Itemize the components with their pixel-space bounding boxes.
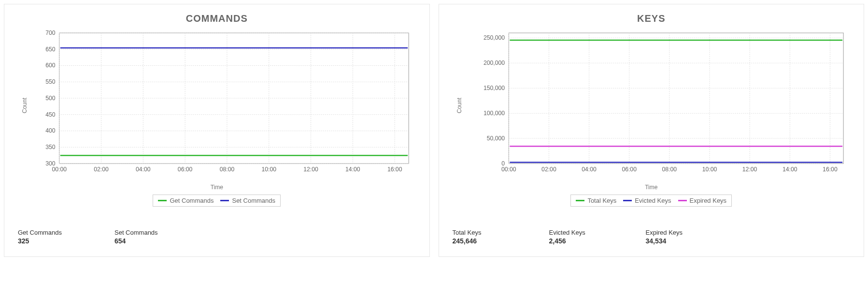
chart-commands[interactable]: Count 30035040045050055060065070000:0002…	[15, 28, 419, 183]
legend-swatch	[678, 200, 687, 201]
svg-text:08:00: 08:00	[220, 166, 235, 173]
svg-text:02:00: 02:00	[541, 166, 556, 173]
stat: Total Keys 245,646	[453, 229, 530, 245]
svg-text:500: 500	[45, 95, 56, 102]
stat-label: Set Commands	[114, 229, 192, 236]
svg-text:600: 600	[45, 62, 56, 69]
svg-text:16:00: 16:00	[823, 166, 838, 173]
chart-keys-xlabel: Time	[450, 184, 854, 191]
svg-text:150,000: 150,000	[483, 85, 504, 91]
svg-text:350: 350	[45, 144, 56, 150]
legend-swatch	[220, 200, 229, 201]
legend-item: Set Commands	[220, 197, 275, 204]
legend-label: Set Commands	[232, 197, 275, 204]
svg-text:04:00: 04:00	[136, 166, 151, 173]
chart-keys[interactable]: Count 050,000100,000150,000200,000250,00…	[450, 28, 854, 183]
svg-text:02:00: 02:00	[94, 166, 109, 173]
chart-commands-svg: 30035040045050055060065070000:0002:0004:…	[15, 28, 419, 183]
svg-text:06:00: 06:00	[178, 166, 193, 173]
legend-item: Total Keys	[576, 197, 616, 204]
legend-item: Evicted Keys	[623, 197, 671, 204]
legend-label: Total Keys	[587, 197, 616, 204]
stat: Set Commands 654	[114, 229, 192, 245]
svg-text:400: 400	[45, 128, 56, 135]
panel-commands-title: COMMANDS	[15, 13, 419, 24]
stat-label: Get Commands	[18, 229, 95, 236]
legend-item: Get Commands	[158, 197, 213, 204]
svg-text:700: 700	[45, 30, 56, 36]
legend-label: Get Commands	[170, 197, 213, 204]
chart-keys-ylabel: Count	[456, 98, 463, 113]
svg-text:16:00: 16:00	[387, 166, 402, 173]
stat-label: Evicted Keys	[549, 229, 626, 236]
svg-text:00:00: 00:00	[52, 166, 67, 173]
panel-keys: KEYS Count 050,000100,000150,000200,0002…	[439, 4, 865, 257]
svg-text:14:00: 14:00	[782, 166, 797, 173]
stat: Get Commands 325	[18, 229, 95, 245]
stats-keys: Total Keys 245,646 Evicted Keys 2,456 Ex…	[450, 229, 854, 245]
svg-text:08:00: 08:00	[662, 166, 677, 173]
legend-label: Evicted Keys	[635, 197, 671, 204]
panel-keys-title: KEYS	[450, 13, 854, 24]
svg-text:50,000: 50,000	[486, 135, 505, 142]
svg-text:04:00: 04:00	[582, 166, 597, 173]
svg-text:650: 650	[45, 46, 56, 53]
stat-label: Expired Keys	[646, 229, 723, 236]
stats-commands: Get Commands 325 Set Commands 654	[15, 229, 419, 245]
svg-rect-39	[509, 33, 843, 164]
legend-label: Expired Keys	[690, 197, 727, 204]
legend-item: Expired Keys	[678, 197, 727, 204]
svg-text:450: 450	[45, 111, 56, 118]
stat-value: 245,646	[453, 237, 530, 245]
panel-commands: COMMANDS Count 3003504004505005506006507…	[4, 4, 430, 257]
stat-value: 2,456	[549, 237, 626, 245]
legend-swatch	[158, 200, 167, 201]
svg-text:250,000: 250,000	[483, 34, 504, 41]
legend-swatch	[623, 200, 632, 201]
svg-text:14:00: 14:00	[345, 166, 360, 173]
chart-commands-xlabel: Time	[15, 184, 419, 191]
legend-swatch	[576, 200, 584, 201]
svg-text:06:00: 06:00	[622, 166, 637, 173]
svg-text:10:00: 10:00	[702, 166, 717, 173]
svg-text:12:00: 12:00	[303, 166, 318, 173]
svg-text:550: 550	[45, 78, 56, 85]
stat-label: Total Keys	[453, 229, 530, 236]
stat-value: 654	[114, 237, 192, 245]
stat-value: 325	[18, 237, 95, 245]
stat: Evicted Keys 2,456	[549, 229, 626, 245]
stat-value: 34,534	[646, 237, 723, 245]
svg-rect-0	[59, 33, 409, 164]
legend-commands: Get Commands Set Commands	[153, 195, 281, 207]
svg-text:10:00: 10:00	[261, 166, 276, 173]
svg-text:00:00: 00:00	[501, 166, 516, 173]
svg-text:100,000: 100,000	[483, 110, 504, 117]
dashboard: COMMANDS Count 3003504004505005506006507…	[4, 4, 864, 257]
svg-text:12:00: 12:00	[742, 166, 757, 173]
svg-text:200,000: 200,000	[483, 60, 504, 66]
chart-commands-ylabel: Count	[21, 98, 28, 113]
chart-keys-svg: 050,000100,000150,000200,000250,00000:00…	[450, 28, 854, 183]
stat: Expired Keys 34,534	[646, 229, 723, 245]
legend-keys: Total Keys Evicted Keys Expired Keys	[570, 195, 732, 207]
